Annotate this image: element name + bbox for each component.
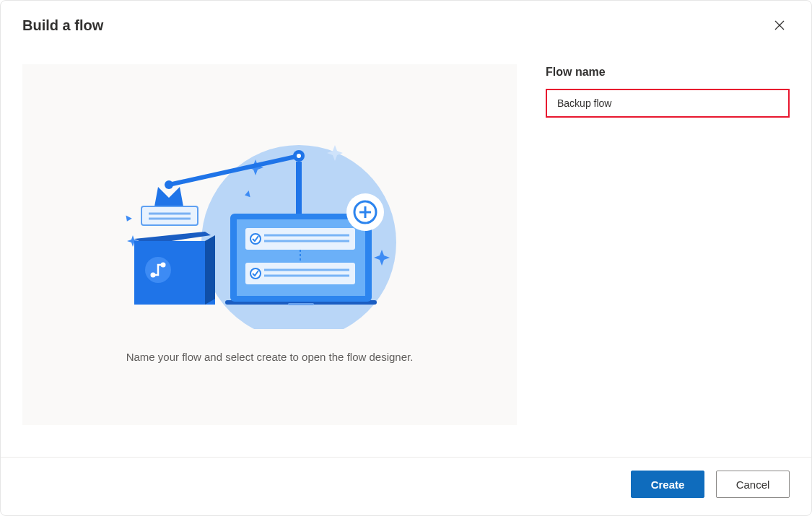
flow-name-input[interactable] <box>546 89 790 118</box>
svg-rect-20 <box>288 303 314 305</box>
dialog-header: Build a flow <box>1 1 811 43</box>
helper-text: Name your flow and select create to open… <box>126 351 414 363</box>
svg-rect-28 <box>245 263 355 284</box>
form-panel: Flow name <box>546 64 790 450</box>
svg-rect-9 <box>296 162 302 214</box>
flow-illustration <box>118 127 422 329</box>
close-button[interactable] <box>769 15 790 35</box>
svg-marker-15 <box>205 235 215 305</box>
illustration-panel: Name your flow and select create to open… <box>22 64 517 425</box>
svg-point-8 <box>165 180 173 189</box>
flow-name-label: Flow name <box>546 66 790 79</box>
dialog-body: Name your flow and select create to open… <box>1 43 811 457</box>
dialog-footer: Create Cancel <box>1 457 811 515</box>
svg-rect-10 <box>141 206 198 225</box>
svg-rect-23 <box>245 228 355 250</box>
create-button[interactable]: Create <box>631 471 704 498</box>
close-icon <box>774 19 785 31</box>
svg-marker-4 <box>123 213 131 221</box>
dialog-title: Build a flow <box>22 17 103 34</box>
build-flow-dialog: Build a flow <box>0 0 812 516</box>
cancel-button[interactable]: Cancel <box>716 471 790 498</box>
svg-point-7 <box>297 154 301 158</box>
